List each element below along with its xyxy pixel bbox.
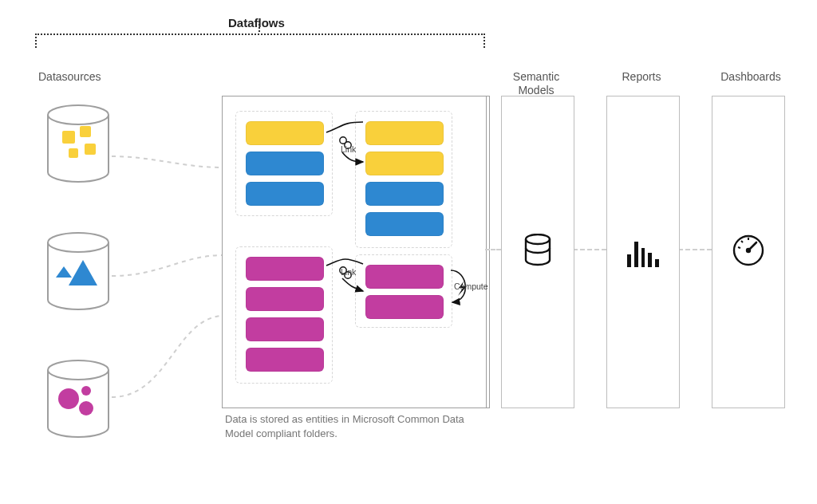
entity-magenta — [365, 295, 444, 319]
entity-blue — [365, 212, 444, 236]
datasource-magenta — [45, 359, 112, 439]
entity-magenta — [246, 317, 324, 341]
entity-yellow — [365, 121, 444, 145]
storage-box: Link Link Compute — [222, 96, 487, 408]
heading-datasources: Datasources — [38, 70, 101, 84]
entity-magenta — [246, 287, 324, 311]
svg-point-12 — [340, 137, 346, 144]
svg-line-22 — [741, 241, 743, 242]
connector-storage-semantic — [485, 249, 501, 250]
entity-blue — [246, 152, 324, 175]
badge-link-1: Link — [341, 144, 356, 154]
semantic-models-box — [501, 96, 574, 408]
dashboards-box — [712, 96, 785, 408]
datasource-blue — [45, 231, 112, 311]
svg-marker-6 — [56, 266, 72, 278]
svg-point-5 — [48, 233, 109, 252]
svg-marker-7 — [69, 260, 97, 285]
heading-reports: Reports — [610, 70, 673, 84]
storage-footer-caption: Data is stored as entities in Microsoft … — [225, 412, 485, 440]
entity-group-1 — [235, 111, 333, 216]
entity-group-2 — [355, 111, 452, 248]
entity-group-4 — [355, 254, 452, 328]
entity-yellow — [246, 121, 324, 145]
connector-reports-dashboards — [678, 249, 712, 250]
entity-blue — [365, 182, 444, 206]
connector-semantic-reports — [573, 249, 606, 250]
bar-chart-icon — [627, 237, 659, 267]
heading-dashboards: Dashboards — [715, 70, 787, 84]
svg-line-20 — [748, 242, 756, 250]
svg-point-0 — [48, 105, 109, 124]
entity-magenta — [365, 265, 444, 289]
svg-point-8 — [48, 360, 109, 380]
svg-point-11 — [79, 401, 93, 415]
svg-rect-3 — [69, 148, 78, 158]
reports-box — [606, 96, 680, 408]
svg-rect-2 — [80, 126, 91, 137]
svg-line-21 — [738, 247, 740, 248]
dataflows-bracket — [35, 33, 485, 48]
gauge-icon — [732, 234, 765, 270]
badge-link-2: Link — [341, 267, 356, 277]
dataflows-title: Dataflows — [228, 16, 285, 30]
heading-semantic-models: Semantic Models — [504, 70, 568, 97]
entity-group-3 — [235, 246, 333, 384]
svg-rect-1 — [62, 131, 75, 144]
datasource-yellow — [45, 104, 112, 183]
svg-point-10 — [81, 386, 91, 396]
database-icon — [523, 234, 552, 270]
entity-magenta — [246, 348, 324, 372]
entity-blue — [246, 182, 324, 206]
badge-compute: Compute — [454, 282, 488, 291]
entity-yellow — [365, 152, 444, 175]
svg-point-17 — [526, 234, 550, 244]
entity-magenta — [246, 257, 324, 281]
svg-rect-4 — [85, 144, 96, 155]
svg-point-9 — [58, 388, 79, 409]
